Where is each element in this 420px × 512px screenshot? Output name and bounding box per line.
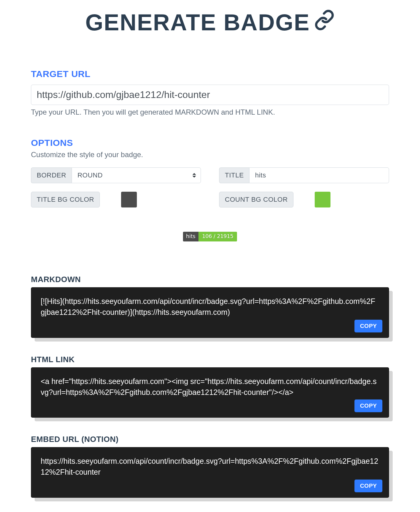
badge: hits 106 / 21915 [183,232,237,241]
options-section: OPTIONS Customize the style of your badg… [31,138,389,207]
title-bg-label: TITLE BG COLOR [31,192,100,207]
markdown-code[interactable]: [![Hits](https://hits.seeyoufarm.com/api… [41,297,375,316]
badge-count: 106 / 21915 [198,232,237,241]
page-title-text: GENERATE BADGE [85,9,310,35]
copy-markdown-button[interactable]: COPY [354,320,382,332]
markdown-output-section: MARKDOWN [![Hits](https://hits.seeyoufar… [31,275,389,338]
html-output-section: HTML LINK <a href="https://hits.seeyoufa… [31,355,389,418]
link-icon [314,9,335,35]
options-heading: OPTIONS [31,138,389,148]
title-bg-color-swatch[interactable] [121,192,137,207]
count-bg-label: COUNT BG COLOR [219,192,293,207]
page-header: GENERATE BADGE [0,9,420,35]
title-label: TITLE [219,167,249,183]
target-url-section: TARGET URL Type your URL. Then you will … [31,69,389,116]
count-bg-color-swatch[interactable] [315,192,330,207]
embed-code[interactable]: https://hits.seeyoufarm.com/api/count/in… [41,457,378,476]
border-label: BORDER [31,167,72,183]
title-input[interactable] [249,167,389,183]
html-code-box: <a href="https://hits.seeyoufarm.com"><i… [31,367,389,418]
target-url-hint: Type your URL. Then you will get generat… [31,108,389,116]
border-select[interactable]: ROUND [72,167,201,183]
html-code[interactable]: <a href="https://hits.seeyoufarm.com"><i… [41,377,377,396]
target-url-input[interactable] [31,85,389,105]
embed-code-box: https://hits.seeyoufarm.com/api/count/in… [31,447,389,498]
copy-embed-button[interactable]: COPY [354,480,382,492]
target-url-heading: TARGET URL [31,69,389,79]
page-title: GENERATE BADGE [85,9,335,35]
badge-preview: hits 106 / 21915 [31,232,389,241]
embed-title: EMBED URL (NOTION) [31,435,389,444]
markdown-code-box: [![Hits](https://hits.seeyoufarm.com/api… [31,287,389,338]
options-hint: Customize the style of your badge. [31,150,389,159]
markdown-title: MARKDOWN [31,275,389,284]
embed-output-section: EMBED URL (NOTION) https://hits.seeyoufa… [31,435,389,498]
badge-title: hits [183,232,198,241]
html-title: HTML LINK [31,355,389,364]
copy-html-button[interactable]: COPY [354,399,382,412]
